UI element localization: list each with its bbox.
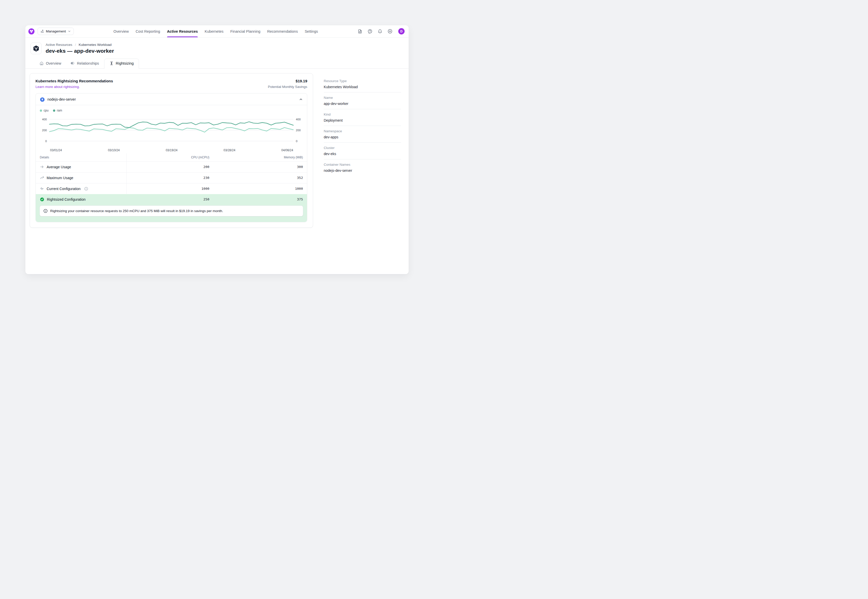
collapse-panel-button[interactable] — [299, 97, 303, 101]
col-memory: Memory (MiB) — [214, 153, 307, 161]
detail-label: Name — [324, 96, 401, 99]
learn-more-link[interactable]: Learn more about rightsizing. — [36, 85, 80, 89]
cpu-value: 230 — [203, 176, 209, 180]
activity-icon — [40, 187, 44, 191]
details-table: Details CPU (mCPU) Memory (MiB) Average … — [36, 153, 307, 222]
rightsizing-callout: Rightsizing your container resource requ… — [39, 206, 303, 217]
memory-value: 375 — [297, 197, 303, 201]
tab-rightsizing[interactable]: Rightsizing — [104, 59, 139, 69]
row-label: Average Usage — [47, 165, 71, 169]
info-icon[interactable] — [84, 187, 88, 191]
nav-item-overview[interactable]: Overview — [113, 26, 128, 37]
nav-item-settings[interactable]: Settings — [305, 26, 318, 37]
nav-item-kubernetes[interactable]: Kubernetes — [205, 26, 223, 37]
usage-chart-block: cpu ram 4004002002000003/01/2403/10/2403… — [36, 105, 307, 153]
row-label: Rightsized Configuration — [47, 197, 86, 202]
detail-value: app-dev-worker — [324, 102, 401, 106]
arrow-right-icon — [40, 165, 44, 169]
detail-label: Kind — [324, 113, 401, 116]
cpu-dot-icon — [40, 110, 42, 112]
memory-value: 352 — [297, 176, 303, 180]
detail-label: Container Names — [324, 163, 401, 167]
user-avatar[interactable]: D — [398, 28, 405, 35]
app-window: Management Overview Cost Reporting Activ… — [26, 26, 408, 274]
container-panel-header[interactable]: nodejs-dev-server — [36, 93, 307, 105]
svg-text:03/19/24: 03/19/24 — [166, 149, 178, 152]
breadcrumb: Active Resources / Kubernetes Workload — [46, 43, 114, 47]
tab-label: Rightsizing — [116, 61, 134, 65]
page-title: dev-eks — app-dev-worker — [46, 48, 114, 54]
savings-amount: $19.19 — [268, 79, 307, 83]
row-label: Maximum Usage — [47, 176, 73, 180]
container-name: nodejs-dev-server — [47, 97, 76, 101]
resource-detail-panel: Resource Type Kubernetes Workload Name a… — [324, 73, 401, 176]
check-circle-icon — [40, 197, 44, 202]
container-panel: nodejs-dev-server cpu ram 40040020020000… — [36, 93, 307, 222]
svg-text:200: 200 — [42, 129, 47, 132]
resource-cube-icon — [30, 42, 42, 54]
chevron-up-icon — [299, 97, 303, 101]
col-details: Details — [36, 153, 127, 161]
svg-text:03/10/24: 03/10/24 — [108, 149, 120, 152]
detail-value: dev-apps — [324, 135, 401, 139]
tab-overview[interactable]: Overview — [36, 59, 65, 68]
tab-bar: Overview Relationships Rightsizing — [26, 59, 408, 69]
detail-label: Cluster — [324, 146, 401, 150]
svg-text:0: 0 — [45, 140, 47, 143]
help-icon[interactable] — [368, 29, 372, 34]
workspace-selector[interactable]: Management — [38, 28, 74, 35]
svg-text:04/06/24: 04/06/24 — [282, 149, 293, 152]
detail-namespace: Namespace dev-apps — [324, 126, 401, 142]
content-area: Kubernetes Rightsizing Recommendations L… — [26, 69, 408, 228]
page-hero: Active Resources / Kubernetes Workload d… — [26, 38, 408, 69]
detail-name: Name app-dev-worker — [324, 92, 401, 109]
usage-line-chart: 4004002002000003/01/2403/10/2403/19/2403… — [40, 114, 303, 153]
detail-value: Kubernetes Workload — [324, 85, 401, 89]
venn-icon — [70, 61, 75, 65]
workspace-label: Management — [46, 29, 66, 33]
breadcrumb-parent[interactable]: Active Resources — [46, 43, 72, 47]
nav-item-active-resources[interactable]: Active Resources — [167, 26, 198, 37]
svg-text:03/28/24: 03/28/24 — [224, 149, 235, 152]
tab-label: Relationships — [77, 61, 99, 65]
detail-value: Deployment — [324, 118, 401, 122]
callout-text: Rightsizing your container resource requ… — [50, 209, 223, 213]
breadcrumb-separator: / — [75, 43, 76, 47]
detail-container-names: Container Names nodejs-dev-server — [324, 159, 401, 176]
detail-kind: Kind Deployment — [324, 109, 401, 126]
nav-item-recommendations[interactable]: Recommendations — [267, 26, 298, 37]
legend-cpu[interactable]: cpu — [40, 109, 48, 112]
nav-item-cost-reporting[interactable]: Cost Reporting — [136, 26, 160, 37]
cpu-value: 1000 — [202, 187, 209, 191]
vantage-logo-icon[interactable] — [29, 29, 35, 35]
memory-value: 300 — [297, 165, 303, 169]
card-title: Kubernetes Rightsizing Recommendations — [36, 79, 113, 83]
cpu-value: 200 — [203, 165, 209, 169]
cpu-value: 250 — [203, 197, 209, 201]
col-cpu: CPU (mCPU) — [127, 153, 213, 161]
home-icon — [39, 61, 44, 65]
document-icon[interactable] — [358, 29, 362, 34]
workspace-dots-icon — [40, 29, 44, 33]
top-bar: Management Overview Cost Reporting Activ… — [26, 26, 408, 38]
detail-value: dev-eks — [324, 152, 401, 156]
svg-text:400: 400 — [42, 118, 47, 121]
detail-cluster: Cluster dev-eks — [324, 142, 401, 159]
detail-resource-type: Resource Type Kubernetes Workload — [324, 76, 401, 92]
tab-label: Overview — [46, 61, 61, 65]
table-row-current-configuration: Current Configuration 1000 1000 — [36, 183, 307, 194]
detail-label: Resource Type — [324, 79, 401, 83]
rightsized-section: Rightsized Configuration 250 375 Rightsi… — [36, 194, 307, 222]
row-label: Current Configuration — [47, 187, 81, 191]
svg-text:400: 400 — [296, 118, 301, 121]
plus-circle-icon[interactable] — [387, 29, 392, 34]
breadcrumb-current: Kubernetes Workload — [78, 43, 112, 47]
legend-ram[interactable]: ram — [53, 109, 62, 112]
bell-icon[interactable] — [378, 29, 382, 34]
svg-text:200: 200 — [296, 129, 301, 132]
savings-label: Potential Monthly Savings — [268, 85, 307, 89]
rightsizing-card: Kubernetes Rightsizing Recommendations L… — [30, 73, 313, 228]
tab-relationships[interactable]: Relationships — [66, 59, 103, 68]
memory-value: 1000 — [295, 187, 303, 191]
nav-item-financial-planning[interactable]: Financial Planning — [231, 26, 261, 37]
